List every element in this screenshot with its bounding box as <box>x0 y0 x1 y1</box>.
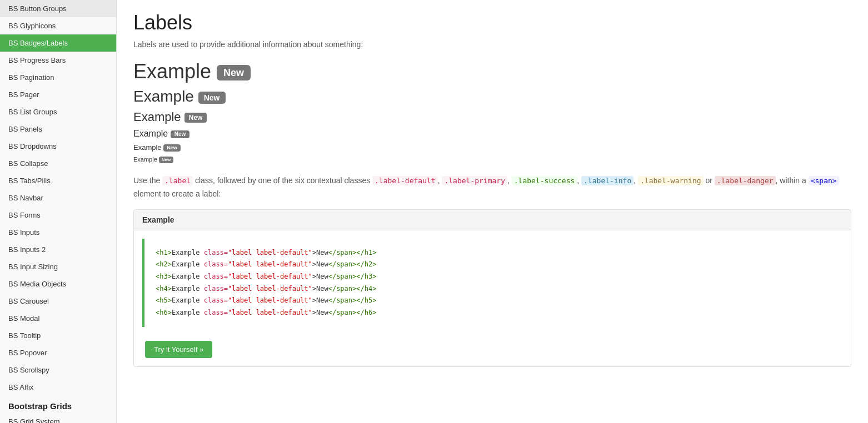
sidebar-item-popover[interactable]: BS Popover <box>0 344 116 361</box>
code-line-4: <h4>Example class="label label-default">… <box>156 283 831 295</box>
sidebar-item-panels[interactable]: BS Panels <box>0 120 116 138</box>
code-line-3: <h3>Example class="label label-default">… <box>156 271 831 283</box>
sidebar-item-input-sizing[interactable]: BS Input Sizing <box>0 258 116 275</box>
example-label-3: New <box>184 113 207 123</box>
example-label-1: New <box>217 65 251 80</box>
sidebar: BS Button GroupsBS GlyphiconsBS Badges/L… <box>0 0 117 423</box>
example-row-4: Example New <box>133 129 851 139</box>
grids-section-header: Bootstrap Grids <box>0 396 116 413</box>
main-content: Labels Labels are used to provide additi… <box>117 0 868 423</box>
code-line-6: <h6>Example class="label label-default">… <box>156 307 831 319</box>
example-label-6: New <box>159 157 173 163</box>
sidebar-item-progress-bars[interactable]: BS Progress Bars <box>0 52 116 69</box>
example-heading-2: Example New <box>133 88 226 105</box>
label-class-ref: .label <box>162 176 193 185</box>
sidebar-item-media-objects[interactable]: BS Media Objects <box>0 275 116 293</box>
sidebar-item-glyphicons[interactable]: BS Glyphicons <box>0 17 116 34</box>
sidebar-item-inputs2[interactable]: BS Inputs 2 <box>0 241 116 258</box>
sidebar-item-list-groups[interactable]: BS List Groups <box>0 103 116 120</box>
code-line-1: <h1>Example class="label label-default">… <box>156 247 831 259</box>
example-row-3: Example New <box>133 110 851 124</box>
sidebar-item-pagination[interactable]: BS Pagination <box>0 69 116 86</box>
example-heading-5: Example New <box>133 143 181 152</box>
info-text: Use the .label class, followed by one of… <box>133 174 851 201</box>
sidebar-item-button-groups[interactable]: BS Button Groups <box>0 0 116 17</box>
example-label-4: New <box>171 130 190 138</box>
example-heading-1: Example New <box>133 60 251 83</box>
code-example-header: Example <box>134 210 851 230</box>
example-label-2: New <box>198 92 226 104</box>
sidebar-item-collapse[interactable]: BS Collapse <box>0 155 116 172</box>
try-it-button[interactable]: Try it Yourself » <box>145 341 212 358</box>
sidebar-item-carousel[interactable]: BS Carousel <box>0 293 116 310</box>
sidebar-item-inputs[interactable]: BS Inputs <box>0 224 116 241</box>
example-row-2: Example New <box>133 88 851 105</box>
example-heading-6: Example New <box>133 156 173 163</box>
span-tag-ref: <span> <box>809 176 839 185</box>
code-example-box: Example <h1>Example class="label label-d… <box>133 209 851 367</box>
subtitle: Labels are used to provide additional in… <box>133 40 851 49</box>
sidebar-item-pager[interactable]: BS Pager <box>0 86 116 103</box>
page-title: Labels <box>133 11 851 34</box>
sidebar-item-grid-system[interactable]: BS Grid System <box>0 413 116 423</box>
sidebar-item-modal[interactable]: BS Modal <box>0 310 116 327</box>
class-danger: .label-danger <box>715 176 776 185</box>
sidebar-item-scrollspy[interactable]: BS Scrollspy <box>0 361 116 379</box>
code-line-5: <h5>Example class="label label-default">… <box>156 295 831 307</box>
sidebar-item-dropdowns[interactable]: BS Dropdowns <box>0 138 116 155</box>
sidebar-item-tooltip[interactable]: BS Tooltip <box>0 327 116 344</box>
code-line-2: <h2>Example class="label label-default">… <box>156 259 831 271</box>
class-info: .label-info <box>581 176 633 185</box>
class-primary: .label-primary <box>442 176 507 185</box>
class-success: .label-success <box>512 176 577 185</box>
sidebar-item-forms[interactable]: BS Forms <box>0 207 116 224</box>
example-label-5: New <box>163 144 181 152</box>
example-row-6: Example New <box>133 156 851 163</box>
sidebar-item-navbar[interactable]: BS Navbar <box>0 189 116 207</box>
example-row-5: Example New <box>133 143 851 152</box>
class-default: .label-default <box>372 176 438 185</box>
code-block: <h1>Example class="label label-default">… <box>142 239 842 328</box>
examples-container: Example NewExample NewExample NewExample… <box>133 60 851 163</box>
sidebar-item-tabs-pills[interactable]: BS Tabs/Pills <box>0 172 116 189</box>
class-warning: .label-warning <box>638 176 704 185</box>
example-row-1: Example New <box>133 60 851 83</box>
example-heading-3: Example New <box>133 110 207 124</box>
sidebar-item-affix[interactable]: BS Affix <box>0 379 116 396</box>
sidebar-item-badges-labels[interactable]: BS Badges/Labels <box>0 34 116 52</box>
example-heading-4: Example New <box>133 129 189 139</box>
